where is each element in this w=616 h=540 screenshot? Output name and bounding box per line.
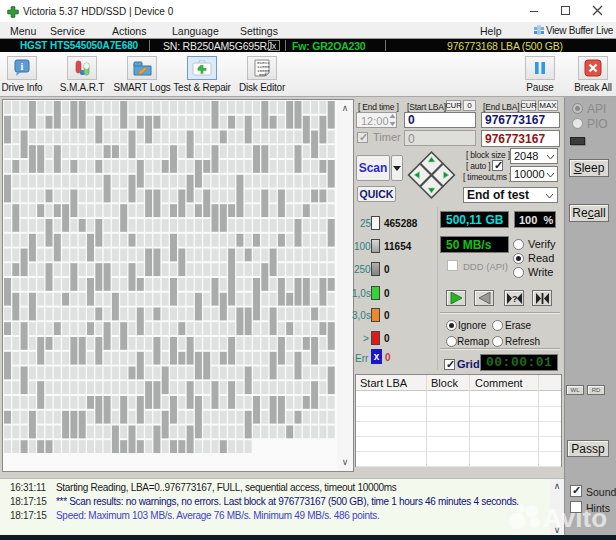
svg-text:Avito: Avito <box>543 503 607 533</box>
svg-text:?: ? <box>512 294 518 304</box>
